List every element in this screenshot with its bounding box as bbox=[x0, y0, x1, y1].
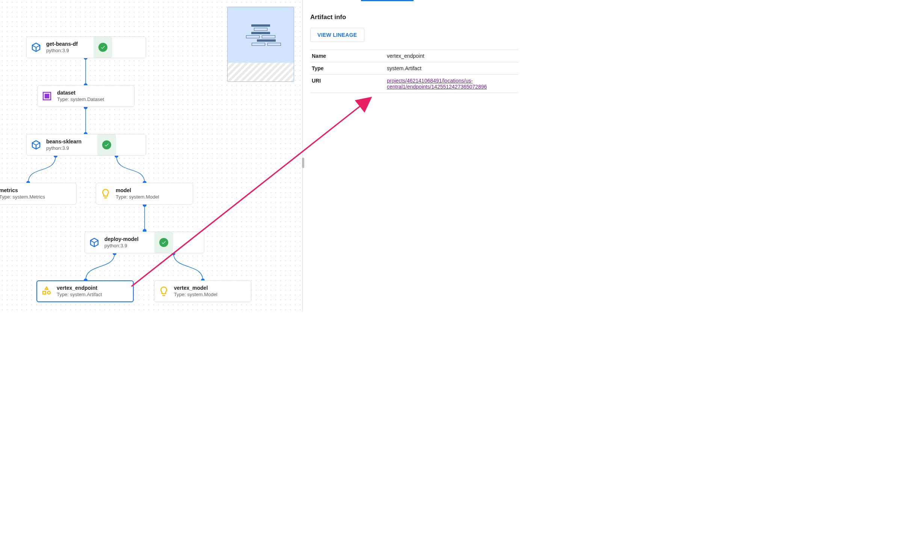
artifact-info-table: Name vertex_endpoint Type system.Artifac… bbox=[310, 50, 518, 93]
container-icon bbox=[30, 42, 42, 53]
uri-link[interactable]: projects/462141068491/locations/us-centr… bbox=[387, 78, 487, 90]
side-panel: Artifact info VIEW LINEAGE Name vertex_e… bbox=[303, 0, 526, 312]
minimap-outside bbox=[228, 63, 294, 81]
container-icon bbox=[89, 237, 100, 248]
minimap-viewport bbox=[228, 7, 294, 63]
node-title: vertex_endpoint bbox=[57, 285, 102, 291]
info-row-type: Type system.Artifact bbox=[310, 62, 518, 75]
node-title: dataset bbox=[57, 89, 104, 96]
info-key: Name bbox=[310, 50, 385, 62]
node-title: vertex_model bbox=[174, 285, 217, 291]
node-subtitle: Type: system.Dataset bbox=[57, 96, 104, 103]
node-vertex-model[interactable]: vertex_model Type: system.Model bbox=[154, 280, 251, 302]
container-icon bbox=[30, 139, 42, 151]
node-metrics[interactable]: metrics Type: system.Metrics bbox=[0, 183, 77, 205]
node-subtitle: Type: system.Model bbox=[116, 194, 159, 200]
node-vertex-endpoint[interactable]: vertex_endpoint Type: system.Artifact bbox=[36, 280, 134, 302]
artifact-icon bbox=[41, 286, 52, 297]
info-value: vertex_endpoint bbox=[385, 50, 518, 62]
svg-rect-21 bbox=[47, 96, 49, 98]
info-key: Type bbox=[310, 62, 385, 75]
node-title: model bbox=[116, 187, 159, 194]
view-lineage-button[interactable]: VIEW LINEAGE bbox=[310, 28, 364, 42]
lightbulb-icon bbox=[158, 286, 169, 297]
panel-title: Artifact info bbox=[310, 14, 518, 21]
node-subtitle: Type: system.Metrics bbox=[0, 194, 45, 200]
info-key: URI bbox=[310, 75, 385, 93]
svg-rect-18 bbox=[45, 94, 47, 96]
node-subtitle: python:3.9 bbox=[104, 243, 139, 249]
info-value: system.Artifact bbox=[385, 62, 518, 75]
pipeline-graph-canvas[interactable]: get-beans-df python:3.9 dataset Type: sy… bbox=[0, 0, 303, 312]
node-title: deploy-model bbox=[104, 236, 139, 242]
node-model[interactable]: model Type: system.Model bbox=[96, 183, 193, 205]
node-title: get-beans-df bbox=[46, 41, 78, 47]
dataset-icon bbox=[41, 90, 53, 102]
status-success-icon bbox=[154, 232, 173, 253]
minimap[interactable] bbox=[227, 7, 294, 82]
node-subtitle: Type: system.Model bbox=[174, 292, 217, 298]
node-beans-sklearn[interactable]: beans-sklearn python:3.9 bbox=[26, 134, 146, 156]
node-title: metrics bbox=[0, 187, 45, 194]
node-subtitle: python:3.9 bbox=[46, 145, 82, 152]
svg-rect-19 bbox=[47, 94, 49, 96]
svg-point-23 bbox=[48, 291, 51, 294]
app-root: get-beans-df python:3.9 dataset Type: sy… bbox=[0, 0, 526, 312]
svg-rect-20 bbox=[45, 96, 47, 98]
status-success-icon bbox=[97, 134, 116, 155]
status-success-icon bbox=[94, 37, 112, 58]
info-row-uri: URI projects/462141068491/locations/us-c… bbox=[310, 75, 518, 93]
node-title: beans-sklearn bbox=[46, 138, 82, 145]
node-get-beans-df[interactable]: get-beans-df python:3.9 bbox=[26, 36, 146, 58]
svg-rect-22 bbox=[43, 291, 46, 294]
active-tab-indicator bbox=[361, 0, 414, 1]
node-subtitle: Type: system.Artifact bbox=[57, 292, 102, 298]
node-deploy-model[interactable]: deploy-model python:3.9 bbox=[85, 232, 204, 253]
node-dataset[interactable]: dataset Type: system.Dataset bbox=[37, 85, 134, 107]
lightbulb-icon bbox=[100, 188, 111, 199]
scrollbar-thumb[interactable] bbox=[302, 158, 304, 168]
node-subtitle: python:3.9 bbox=[46, 48, 78, 54]
info-row-name: Name vertex_endpoint bbox=[310, 50, 518, 62]
